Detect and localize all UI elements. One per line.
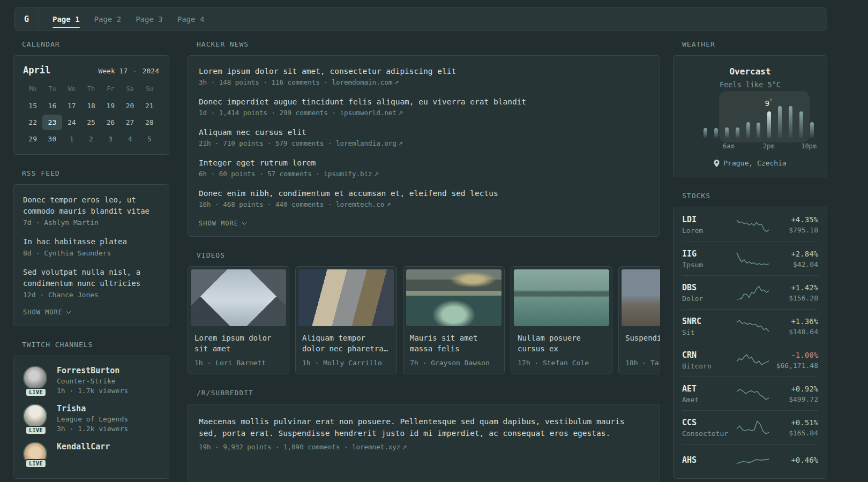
video-thumbnail [622, 269, 660, 326]
rss-item-title[interactable]: In hac habitasse platea [23, 236, 159, 247]
stock-row[interactable]: SNRCSit+1.36%$148.64 [682, 309, 818, 343]
hackernews-item-title[interactable]: Aliquam nec cursus elit [199, 128, 649, 137]
rss-card: Donec tempor eros leo, ut commodo mauris… [13, 184, 169, 326]
calendar-day: 18 [81, 98, 101, 114]
video-meta: 18h · Tara [622, 359, 660, 367]
stock-change: +0.92% [770, 385, 818, 393]
rss-show-more-button[interactable]: SHOW MORE [23, 308, 159, 316]
hackernews-item: Lorem ipsum dolor sit amet, consectetur … [199, 67, 649, 86]
stock-sparkline-chart [736, 351, 770, 369]
external-link-icon: ↗ [386, 201, 391, 208]
calendar-day: 26 [101, 115, 120, 130]
video-title: Aliquam tempor dolor nec pharetra… [298, 333, 394, 355]
video-card[interactable]: Lorem ipsum dolor sit amet consectetu…1h… [188, 266, 289, 374]
weather-bar [799, 111, 803, 138]
domain-text: ipsumify.biz [324, 170, 372, 178]
hackernews-item-domain-link[interactable]: loremtech.co↗ [336, 200, 391, 208]
calendar-day-selected: 23 [42, 115, 62, 130]
reddit-post-domain-link[interactable]: loremnet.xyz↗ [352, 443, 407, 451]
domain-text: loremdomain.com [332, 78, 392, 86]
stock-identity: IIGIpsum [682, 249, 736, 269]
stock-change: +4.35% [770, 215, 818, 224]
tab-page-1[interactable]: Page 1 [53, 8, 80, 30]
video-card[interactable]: Suspendisse diam18h · Tara [618, 266, 660, 374]
stock-row[interactable]: LDILorem+4.35%$795.18 [682, 208, 818, 242]
calendar-day: 30 [42, 131, 62, 147]
stock-values: +0.46% [770, 456, 818, 466]
stock-row[interactable]: IIGIpsum+2.84%$42.04 [682, 242, 818, 275]
weather-card: Overcast Feels like 5°C 9° 6am2pm10pm Pr… [673, 55, 827, 177]
reddit-post: Maecenas mollis pulvinar erat non posuer… [199, 416, 649, 451]
hackernews-item-meta: 1d · 1,414 points · 299 comments · ipsum… [199, 109, 649, 117]
videos-widget: VIDEOS Lorem ipsum dolor sit amet consec… [188, 251, 660, 374]
calendar-day: 22 [23, 115, 42, 130]
avatar [23, 404, 47, 428]
stock-row[interactable]: CCSConsectetur+0.51%$165.84 [682, 410, 818, 444]
calendar-day: 19 [101, 98, 120, 114]
reddit-post-title[interactable]: Maecenas mollis pulvinar erat non posuer… [199, 416, 638, 440]
video-meta: 1h · Lori Barnett [191, 359, 286, 367]
hackernews-item-title[interactable]: Lorem ipsum dolor sit amet, consectetur … [199, 67, 649, 76]
video-card[interactable]: Mauris sit amet massa felis7h · Grayson … [403, 266, 505, 374]
domain-text: loremtech.co [336, 200, 384, 208]
tab-page-3[interactable]: Page 3 [136, 8, 163, 30]
rss-item-title[interactable]: Donec tempor eros leo, ut commodo mauris… [23, 194, 159, 217]
twitch-header: TWITCH CHANNELS [22, 341, 169, 349]
hackernews-item-stats: 3h · 148 points · 116 comments · [199, 78, 328, 86]
stock-row[interactable]: DBSDolor+1.42%$156.28 [682, 275, 818, 309]
hackernews-item-title[interactable]: Integer eget rutrum lorem [199, 159, 649, 167]
hackernews-item-domain-link[interactable]: loremdomain.com↗ [332, 78, 399, 86]
rss-item: Sed volutpat nulla nisl, a condimentum n… [23, 267, 159, 299]
stock-values: +1.36%$148.64 [770, 317, 818, 336]
weather-bar [704, 128, 707, 138]
calendar-day: 28 [140, 115, 159, 130]
hackernews-item-meta: 6h · 60 points · 57 comments · ipsumify.… [199, 170, 649, 178]
video-thumbnail [191, 269, 286, 326]
hackernews-item-domain-link[interactable]: loremlandia.org↗ [336, 139, 403, 147]
stock-identity: AHS [682, 455, 736, 467]
rss-item: In hac habitasse platea8d · Cynthia Saun… [23, 236, 159, 257]
topbar: G Page 1Page 2Page 3Page 4 [14, 7, 827, 31]
reddit-post-meta: 19h · 9,932 points · 1,090 comments · lo… [199, 443, 649, 451]
stock-row[interactable]: CRNBitcorn-1.00%$66,171.48 [682, 343, 818, 376]
stock-identity: AETAmet [682, 384, 736, 404]
calendar-day: 1 [62, 131, 81, 147]
live-badge: LIVE [25, 459, 47, 468]
twitch-widget: TWITCH CHANNELS LIVEForrestBurtonCounter… [13, 341, 169, 479]
hackernews-item-domain-link[interactable]: ipsumify.biz↗ [324, 170, 379, 178]
twitch-channel-row[interactable]: LIVEForrestBurtonCounter-Strike1h · 1.7k… [23, 366, 159, 395]
twitch-channel-info: TrishaLeague of Legends3h · 1.2k viewers [57, 404, 128, 433]
hackernews-item-title[interactable]: Donec imperdiet augue tincidunt felis al… [199, 97, 649, 106]
video-card[interactable]: Nullam posuere cursus ex17h · Stefan Col… [511, 266, 612, 374]
app-logo[interactable]: G [14, 8, 39, 30]
tab-page-4[interactable]: Page 4 [177, 8, 205, 30]
twitch-channel-info: ForrestBurtonCounter-Strike1h · 1.7k vie… [57, 366, 128, 395]
stock-change: +1.42% [770, 283, 818, 292]
calendar-day: 4 [120, 131, 139, 147]
stock-price: $42.04 [770, 260, 818, 268]
calendar-day-header: Tu [42, 82, 62, 97]
twitch-channel-row[interactable]: LIVETrishaLeague of Legends3h · 1.2k vie… [23, 404, 159, 433]
live-badge: LIVE [25, 426, 47, 435]
rss-header: RSS FEED [22, 169, 169, 177]
twitch-channel-row[interactable]: LIVEKendallCarr [23, 442, 159, 466]
tab-page-2[interactable]: Page 2 [94, 8, 122, 30]
hackernews-widget: HACKER NEWS Lorem ipsum dolor sit amet, … [188, 40, 660, 237]
weather-hour-label: 2pm [763, 142, 775, 150]
hackernews-header: HACKER NEWS [197, 40, 660, 48]
stock-row[interactable]: AETAmet+0.92%$499.72 [682, 376, 818, 410]
hackernews-item-title[interactable]: Donec enim nibh, condimentum et accumsan… [199, 189, 649, 198]
external-link-icon: ↗ [398, 140, 403, 147]
chevron-down-icon [66, 309, 71, 313]
hackernews-card: Lorem ipsum dolor sit amet, consectetur … [188, 55, 660, 237]
stock-name: Lorem [682, 227, 736, 235]
stock-symbol: AET [682, 384, 736, 394]
stock-row[interactable]: AHS+0.46% [682, 444, 818, 478]
rss-item-title[interactable]: Sed volutpat nulla nisl, a condimentum n… [23, 267, 159, 289]
video-card[interactable]: Aliquam tempor dolor nec pharetra…1h · M… [295, 266, 397, 374]
hackernews-item-domain-link[interactable]: ipsumworld.net↗ [340, 109, 403, 117]
hackernews-show-more-button[interactable]: SHOW MORE [199, 220, 649, 227]
stock-change: +1.36% [770, 317, 818, 326]
calendar-day: 27 [120, 115, 139, 130]
twitch-channel-category: Counter-Strike [57, 377, 128, 385]
